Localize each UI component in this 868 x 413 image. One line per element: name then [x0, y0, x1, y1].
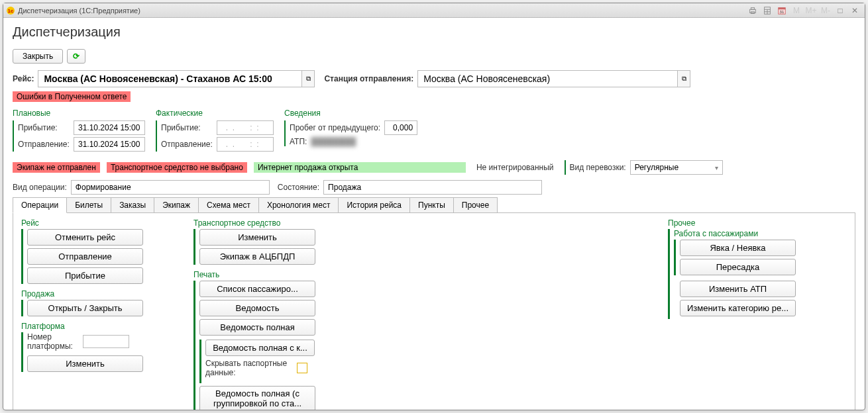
trip-open-icon[interactable]: ⧉: [301, 70, 315, 87]
actual-arrival-input[interactable]: [217, 120, 274, 135]
response-error-badge: Ошибки в Полученном ответе: [13, 91, 131, 102]
content-area: Диспетчеризация Закрыть ⟳ Рейс: ⧉ Станци…: [3, 18, 865, 410]
refresh-button[interactable]: ⟳: [67, 49, 85, 64]
transfer-button[interactable]: Пересадка: [680, 259, 796, 275]
sheet-full-button[interactable]: Ведомость полная: [199, 319, 315, 336]
maximize-icon[interactable]: □: [833, 5, 847, 17]
memory-mminus-icon[interactable]: M-: [818, 5, 833, 17]
tab-operations[interactable]: Операции: [13, 197, 67, 213]
refresh-icon: ⟳: [73, 52, 80, 61]
svg-text:1c: 1c: [8, 8, 14, 14]
operation-state-input[interactable]: [323, 180, 542, 195]
operation-kind-label: Вид операции:: [13, 183, 67, 192]
trip-input[interactable]: [38, 70, 301, 87]
trip-group-header: Рейс: [21, 218, 154, 228]
planned-arrival-label: Прибытие:: [18, 123, 70, 132]
tab-crew[interactable]: Экипаж: [154, 197, 199, 212]
cancel-trip-button[interactable]: Отменить рейс: [27, 229, 143, 246]
trip-label: Рейс:: [13, 74, 34, 83]
platform-number-label: Номер платформы:: [27, 332, 79, 351]
vehicle-group-header: Транспортное средство: [193, 218, 326, 228]
not-integrated-badge: Не интегрированный: [472, 162, 558, 173]
mileage-label: Пробег от предыдущего:: [290, 123, 380, 132]
change-category-button[interactable]: Изменить категорию ре...: [680, 300, 796, 316]
calc-icon[interactable]: [760, 5, 775, 17]
online-sale-open-badge: Интернет продажа открыта: [254, 162, 466, 173]
sheet-full-with-k-button[interactable]: Ведомость полная с к...: [205, 340, 315, 356]
atp-value: ████████: [311, 137, 356, 146]
departure-button[interactable]: Отправление: [27, 248, 143, 265]
actual-departure-input[interactable]: [217, 137, 274, 152]
calendar-icon[interactable]: 31: [775, 5, 789, 17]
tab-orders[interactable]: Заказы: [111, 197, 154, 212]
app-window: 1c Диспетчеризация (1С:Предприятие) 31 M…: [3, 3, 865, 410]
window-title: Диспетчеризация (1С:Предприятие): [18, 7, 140, 15]
change-vehicle-button[interactable]: Изменить: [199, 229, 315, 246]
sale-group-header: Продажа: [21, 289, 154, 298]
app-logo-icon: 1c: [6, 6, 15, 15]
tab-seat-scheme[interactable]: Схема мест: [198, 197, 259, 212]
crew-acbpdp-button[interactable]: Экипаж в АЦБПДП: [199, 248, 315, 265]
change-atp-button[interactable]: Изменить АТП: [680, 281, 796, 297]
close-icon[interactable]: ✕: [847, 5, 862, 17]
departure-station-label: Станция отправления:: [324, 74, 413, 83]
atp-label: АТП:: [290, 137, 307, 146]
transport-kind-label: Вид перевозки:: [570, 163, 626, 172]
print-icon[interactable]: [745, 5, 760, 17]
planned-arrival-input[interactable]: [74, 120, 145, 135]
open-close-button[interactable]: Открыть / Закрыть: [27, 300, 143, 316]
planned-departure-label: Отправление:: [18, 140, 70, 149]
tab-points[interactable]: Пункты: [409, 197, 454, 212]
platform-group-header: Платформа: [21, 322, 154, 331]
print-group-header: Печать: [193, 270, 326, 279]
departure-station-open-icon[interactable]: ⧉: [677, 70, 690, 87]
memory-m-icon[interactable]: M: [789, 5, 804, 17]
page-title: Диспетчеризация: [13, 24, 855, 40]
actual-header: Фактические: [156, 109, 274, 118]
svg-text:31: 31: [780, 9, 785, 13]
planned-departure-input[interactable]: [74, 137, 145, 152]
transport-kind-select[interactable]: Регулярные: [630, 160, 723, 175]
tab-body-operations: Рейс Отменить рейс Отправление Прибытие …: [13, 213, 855, 410]
titlebar: 1c Диспетчеризация (1С:Предприятие) 31 M…: [3, 3, 865, 18]
tabs: Операции Билеты Заказы Экипаж Схема мест…: [13, 197, 855, 213]
attendance-button[interactable]: Явка / Неявка: [680, 240, 796, 256]
info-header: Сведения: [284, 109, 417, 118]
platform-number-input[interactable]: [83, 335, 129, 348]
sheet-button[interactable]: Ведомость: [199, 300, 315, 316]
actual-departure-label: Отправление:: [161, 140, 213, 149]
tab-other[interactable]: Прочее: [453, 197, 498, 212]
memory-mplus-icon[interactable]: M+: [804, 5, 818, 17]
sheet-full-group-button[interactable]: Ведомость полная (с группировкой по ста.…: [199, 386, 315, 410]
tab-seat-chronology[interactable]: Хронология мест: [258, 197, 339, 212]
tab-trip-history[interactable]: История рейса: [338, 197, 410, 212]
operation-state-label: Состояние:: [278, 183, 319, 192]
hide-passport-label: Скрывать паспортные данные:: [205, 359, 292, 378]
svg-rect-3: [751, 7, 754, 9]
operation-kind-input[interactable]: [71, 180, 270, 195]
change-platform-button[interactable]: Изменить: [27, 355, 143, 372]
planned-header: Плановые: [13, 109, 145, 118]
tab-tickets[interactable]: Билеты: [66, 197, 111, 212]
vehicle-not-selected-badge: Транспортное средство не выбрано: [107, 162, 247, 173]
close-button[interactable]: Закрыть: [13, 49, 63, 64]
departure-station-input[interactable]: [417, 70, 677, 87]
passengers-sub-header: Работа с пассажирами: [674, 229, 807, 238]
passenger-list-button[interactable]: Список пассажиро...: [199, 281, 315, 297]
actual-arrival-label: Прибытие:: [161, 123, 213, 132]
mileage-input[interactable]: [384, 120, 417, 135]
transport-kind-value: Регулярные: [635, 163, 678, 172]
other-group-header: Прочее: [668, 218, 807, 228]
hide-passport-checkbox[interactable]: [297, 363, 307, 373]
arrival-button[interactable]: Прибытие: [27, 267, 143, 284]
crew-not-sent-badge: Экипаж не отправлен: [13, 162, 100, 173]
